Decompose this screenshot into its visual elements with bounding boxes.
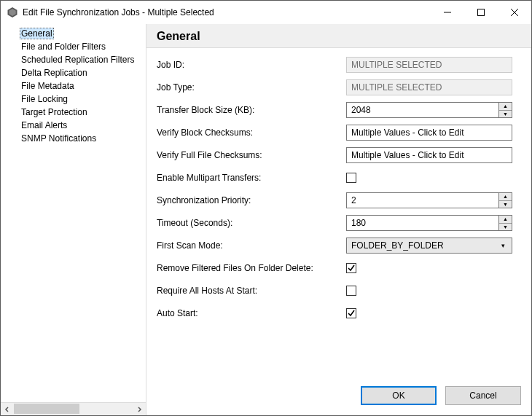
panel-heading: General xyxy=(146,24,531,48)
content-area: General File and Folder Filters Schedule… xyxy=(1,24,531,415)
transfer-block-spinner[interactable]: ▲ ▼ xyxy=(499,102,512,118)
row-enable-multipart: Enable Multipart Transfers: xyxy=(157,170,521,186)
close-button[interactable] xyxy=(498,1,531,24)
auto-start-checkbox[interactable] xyxy=(346,308,356,318)
row-first-scan: First Scan Mode: FOLDER_BY_FOLDER ▾ xyxy=(157,238,521,254)
label-first-scan: First Scan Mode: xyxy=(157,240,346,251)
scroll-thumb[interactable] xyxy=(14,404,79,414)
nav-item-email-alerts[interactable]: Email Alerts xyxy=(1,119,146,132)
row-verify-block: Verify Block Checksums: Multiple Values … xyxy=(157,125,521,141)
label-verify-full: Verify Full File Checksums: xyxy=(157,150,346,160)
timeout-input[interactable]: 180 xyxy=(346,215,499,231)
nav-item-label: Scheduled Replication Filters xyxy=(20,55,136,65)
remove-filtered-checkbox[interactable] xyxy=(346,263,356,273)
nav-item-delta-replication[interactable]: Delta Replication xyxy=(1,66,146,79)
nav-item-target-protection[interactable]: Target Protection xyxy=(1,106,146,119)
verify-full-field[interactable]: Multiple Values - Click to Edit xyxy=(346,147,512,163)
spin-up-icon[interactable]: ▲ xyxy=(499,193,512,201)
scroll-left-button[interactable] xyxy=(1,403,14,416)
nav-item-label: File Locking xyxy=(20,94,69,104)
nav-item-label: Target Protection xyxy=(20,107,89,117)
row-require-hosts: Require All Hosts At Start: xyxy=(157,283,521,299)
label-auto-start: Auto Start: xyxy=(157,308,346,318)
scroll-right-button[interactable] xyxy=(133,403,146,416)
minimize-button[interactable] xyxy=(431,1,464,24)
maximize-button[interactable] xyxy=(464,1,498,24)
dialog-footer: OK Cancel xyxy=(146,379,531,415)
nav-item-label: Email Alerts xyxy=(20,120,69,130)
cancel-button[interactable]: Cancel xyxy=(445,386,521,405)
nav-list: General File and Folder Filters Schedule… xyxy=(1,24,146,402)
nav-item-file-locking[interactable]: File Locking xyxy=(1,93,146,106)
row-auto-start: Auto Start: xyxy=(157,305,521,321)
row-job-type: Job Type: MULTIPLE SELECTED xyxy=(157,79,521,95)
sidebar: General File and Folder Filters Schedule… xyxy=(1,24,146,415)
label-job-id: Job ID: xyxy=(157,60,346,70)
label-sync-priority: Synchronization Priority: xyxy=(157,195,346,205)
sync-priority-input[interactable]: 2 xyxy=(346,192,499,208)
label-verify-block: Verify Block Checksums: xyxy=(157,127,346,138)
nav-item-label: Delta Replication xyxy=(20,68,89,78)
spin-up-icon[interactable]: ▲ xyxy=(499,103,512,111)
job-type-field: MULTIPLE SELECTED xyxy=(346,79,512,95)
nav-item-file-folder-filters[interactable]: File and Folder Filters xyxy=(1,40,146,53)
row-remove-filtered: Remove Filtered Files On Folder Delete: xyxy=(157,260,521,276)
timeout-spinner[interactable]: ▲ ▼ xyxy=(499,215,512,231)
job-id-field: MULTIPLE SELECTED xyxy=(346,57,512,73)
nav-item-label: SNMP Notifications xyxy=(20,133,98,144)
form-area: Job ID: MULTIPLE SELECTED Job Type: MULT… xyxy=(146,48,531,379)
spin-down-icon[interactable]: ▼ xyxy=(499,111,512,118)
first-scan-select[interactable]: FOLDER_BY_FOLDER ▾ xyxy=(346,238,512,254)
nav-item-label: File and Folder Filters xyxy=(20,42,107,52)
spin-down-icon[interactable]: ▼ xyxy=(499,201,512,208)
require-hosts-checkbox[interactable] xyxy=(346,286,356,296)
window-controls xyxy=(431,1,531,24)
label-transfer-block: Transfer Block Size (KB): xyxy=(157,105,346,115)
label-timeout: Timeout (Seconds): xyxy=(157,218,346,228)
nav-item-file-metadata[interactable]: File Metadata xyxy=(1,79,146,93)
svg-rect-3 xyxy=(478,9,485,16)
nav-item-label: File Metadata xyxy=(20,81,76,91)
verify-block-field[interactable]: Multiple Values - Click to Edit xyxy=(346,125,512,141)
sidebar-horizontal-scrollbar[interactable] xyxy=(1,402,146,415)
spin-down-icon[interactable]: ▼ xyxy=(499,224,512,231)
chevron-down-icon: ▾ xyxy=(497,238,509,253)
row-job-id: Job ID: MULTIPLE SELECTED xyxy=(157,57,521,73)
row-transfer-block: Transfer Block Size (KB): 2048 ▲ ▼ xyxy=(157,102,521,118)
enable-multipart-checkbox[interactable] xyxy=(346,173,356,183)
label-job-type: Job Type: xyxy=(157,82,346,93)
window-title: Edit File Synchronization Jobs - Multipl… xyxy=(23,7,431,17)
main-panel: General Job ID: MULTIPLE SELECTED Job Ty… xyxy=(146,24,531,415)
nav-item-label: General xyxy=(20,28,54,39)
nav-item-scheduled-replication[interactable]: Scheduled Replication Filters xyxy=(1,53,146,66)
transfer-block-input[interactable]: 2048 xyxy=(346,102,499,118)
row-verify-full: Verify Full File Checksums: Multiple Val… xyxy=(157,147,521,163)
label-enable-multipart: Enable Multipart Transfers: xyxy=(157,173,346,183)
app-icon xyxy=(7,7,18,18)
row-timeout: Timeout (Seconds): 180 ▲ ▼ xyxy=(157,215,521,231)
nav-item-snmp-notifications[interactable]: SNMP Notifications xyxy=(1,132,146,145)
dialog-window: Edit File Synchronization Jobs - Multipl… xyxy=(0,0,532,416)
nav-item-general[interactable]: General xyxy=(1,27,146,40)
scroll-track[interactable] xyxy=(14,403,133,416)
spin-up-icon[interactable]: ▲ xyxy=(499,216,512,224)
first-scan-value: FOLDER_BY_FOLDER xyxy=(351,240,444,251)
titlebar: Edit File Synchronization Jobs - Multipl… xyxy=(1,1,531,24)
row-sync-priority: Synchronization Priority: 2 ▲ ▼ xyxy=(157,192,521,208)
label-require-hosts: Require All Hosts At Start: xyxy=(157,286,346,296)
ok-button[interactable]: OK xyxy=(361,386,437,405)
label-remove-filtered: Remove Filtered Files On Folder Delete: xyxy=(157,263,346,273)
sync-priority-spinner[interactable]: ▲ ▼ xyxy=(499,192,512,208)
